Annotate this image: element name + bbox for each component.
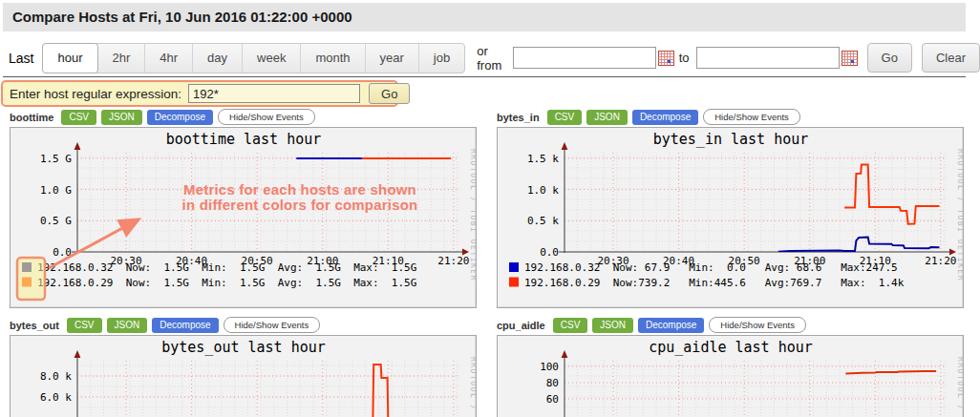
json-button[interactable]: JSON — [101, 110, 142, 125]
rrdtool-watermark: RRDTOOL / TOBI OETIKER — [956, 149, 963, 281]
y-tick-label: 8.0 k — [40, 370, 72, 383]
chart-svg-bytes_out: 8.0 k6.0 kbytes_out last hourRRDTOOL / T… — [11, 336, 476, 417]
annotation-note-line1: Metrics for each hosts are shown — [138, 182, 462, 198]
csv-button[interactable]: CSV — [553, 318, 588, 333]
range-day-button[interactable]: day — [193, 44, 243, 73]
hide-show-events-button[interactable]: Hide/Show Events — [218, 109, 315, 126]
chart-title: cpu_aidle last hour — [649, 339, 813, 356]
legend-swatch — [509, 262, 519, 272]
x-tick-label: 21:20 — [437, 255, 469, 267]
metric-label: cpu_aidle — [497, 320, 545, 331]
rrdtool-watermark: RRDTOOL / TOBI OETIKER — [469, 357, 476, 417]
graph-bytes_out: 8.0 k6.0 kbytes_out last hourRRDTOOL / T… — [10, 335, 477, 417]
panel-head-bytes_in: bytes_inCSVJSONDecomposeHide/Show Events — [497, 107, 964, 127]
series-line-192.168.0.29 — [845, 371, 936, 374]
panel-head-cpu_aidle: cpu_aidleCSVJSONDecomposeHide/Show Event… — [497, 315, 964, 335]
decompose-button[interactable]: Decompose — [638, 318, 704, 333]
csv-button[interactable]: CSV — [67, 318, 102, 333]
host-regex-go-button[interactable]: Go — [369, 83, 410, 104]
range-button-group: hour 2hr 4hr day week month year job — [42, 43, 465, 73]
json-button[interactable]: JSON — [586, 110, 628, 125]
to-date-input[interactable] — [696, 47, 840, 69]
legend-swatch — [22, 278, 32, 287]
compare-hosts-page: Compare Hosts at Fri, 10 Jun 2016 01:22:… — [0, 0, 980, 417]
x-tick-label: 21:20 — [925, 255, 956, 267]
decompose-button[interactable]: Decompose — [632, 110, 698, 125]
metric-label: boottime — [10, 112, 53, 123]
csv-button[interactable]: CSV — [547, 110, 583, 125]
go-button[interactable]: Go — [867, 43, 912, 73]
legend-swatch — [509, 278, 519, 287]
hide-show-events-button[interactable]: Hide/Show Events — [709, 317, 806, 334]
y-tick-label: 0.0 — [53, 246, 72, 259]
y-tick-label: 100 — [540, 361, 559, 373]
to-calendar-icon[interactable] — [842, 51, 858, 66]
y-tick-label: 0.5 G — [40, 215, 72, 227]
decompose-button[interactable]: Decompose — [147, 110, 213, 125]
hide-show-events-button[interactable]: Hide/Show Events — [703, 109, 800, 126]
y-tick-label: 6.0 k — [40, 391, 72, 404]
series-line-192.168.0.32 — [778, 238, 940, 252]
chart-title: bytes_out last hour — [161, 339, 326, 356]
json-button[interactable]: JSON — [107, 318, 148, 333]
range-year-button[interactable]: year — [366, 44, 419, 73]
y-tick-label: 80 — [546, 377, 559, 389]
chart-svg-boottime: 1.5 G1.0 G0.5 G0.020:3020:4020:5021:0021… — [11, 128, 476, 307]
graph-boottime: 1.5 G1.0 G0.5 G0.020:3020:4020:5021:0021… — [10, 127, 477, 308]
decompose-button[interactable]: Decompose — [152, 318, 218, 333]
series-line-192.168.0.29 — [373, 365, 389, 417]
range-2hr-button[interactable]: 2hr — [98, 44, 146, 73]
clear-button[interactable]: Clear — [922, 43, 980, 73]
y-tick-label: 1.0 k — [527, 184, 559, 197]
annotation-note: Metrics for each hosts are shownin diffe… — [138, 182, 462, 213]
legend-swatch — [22, 262, 32, 272]
chart-svg-cpu_aidle: 1008060cpu_aidle last hourRRDTOOL / TOBI… — [498, 336, 963, 417]
from-date-input[interactable] — [513, 47, 656, 69]
page-title-bar: Compare Hosts at Fri, 10 Jun 2016 01:22:… — [3, 3, 966, 31]
graph-cpu_aidle: 1008060cpu_aidle last hourRRDTOOL / TOBI… — [497, 335, 964, 417]
chart-title: boottime last hour — [166, 131, 322, 148]
annotation-note-line2: in different colors for comparison — [138, 198, 462, 213]
range-hour-button[interactable]: hour — [42, 43, 97, 73]
hide-show-events-button[interactable]: Hide/Show Events — [224, 317, 321, 334]
y-tick-label: 0.5 k — [527, 215, 559, 227]
chart-title: bytes_in last hour — [653, 131, 809, 148]
panel-bytes_out: bytes_outCSVJSONDecomposeHide/Show Event… — [10, 315, 477, 417]
range-4hr-button[interactable]: 4hr — [145, 44, 193, 73]
from-calendar-icon[interactable] — [658, 51, 674, 66]
host-regex-input[interactable] — [188, 84, 360, 103]
charts-grid: boottimeCSVJSONDecomposeHide/Show Events… — [10, 107, 964, 417]
graph-bytes_in: 1.5 k1.0 k0.5 k0.020:3020:4020:5021:0021… — [497, 127, 964, 308]
range-week-button[interactable]: week — [243, 44, 301, 73]
y-tick-label: 1.5 G — [40, 153, 72, 165]
panel-bytes_in: bytes_inCSVJSONDecomposeHide/Show Events… — [497, 107, 964, 308]
csv-button[interactable]: CSV — [61, 110, 96, 125]
divider — [3, 76, 966, 77]
range-job-button[interactable]: job — [419, 44, 464, 73]
chart-svg-bytes_in: 1.5 k1.0 k0.5 k0.020:3020:4020:5021:0021… — [498, 128, 963, 307]
host-regex-bar: Enter host regular expression: Go — [1, 80, 398, 107]
last-label: Last — [9, 51, 33, 66]
legend-row: 192.168.0.32 Now: 67.9 Min: 0.0 Avg: 68.… — [524, 261, 898, 274]
y-tick-label: 1.0 G — [40, 184, 72, 197]
legend-row: 192.168.0.29 Now: 1.5G Min: 1.5G Avg: 1.… — [37, 277, 416, 289]
or-from-label: or from — [477, 44, 506, 73]
legend-row: 192.168.0.29 Now:739.2 Min:445.6 Avg:769… — [524, 277, 905, 289]
panel-head-boottime: boottimeCSVJSONDecomposeHide/Show Events — [10, 107, 477, 127]
host-regex-label: Enter host regular expression: — [10, 87, 181, 101]
legend-row: 192.168.0.32 Now: 1.5G Min: 1.5G Avg: 1.… — [37, 261, 416, 274]
panel-boottime: boottimeCSVJSONDecomposeHide/Show Events… — [10, 107, 477, 308]
rrdtool-watermark: RRDTOOL / TOBI OETIKER — [956, 357, 963, 417]
json-button[interactable]: JSON — [592, 318, 633, 333]
range-month-button[interactable]: month — [301, 44, 365, 73]
y-tick-label: 1.5 k — [527, 153, 559, 165]
y-tick-label: 60 — [546, 393, 559, 406]
y-tick-label: 0.0 — [540, 246, 559, 259]
to-label: to — [679, 51, 690, 65]
panel-cpu_aidle: cpu_aidleCSVJSONDecomposeHide/Show Event… — [497, 315, 964, 417]
panel-head-bytes_out: bytes_outCSVJSONDecomposeHide/Show Event… — [10, 315, 477, 335]
page-title: Compare Hosts at Fri, 10 Jun 2016 01:22:… — [12, 9, 352, 25]
time-range-toolbar: Last hour 2hr 4hr day week month year jo… — [9, 42, 980, 73]
metric-label: bytes_out — [10, 320, 59, 331]
rrdtool-watermark: RRDTOOL / TOBI OETIKER — [469, 149, 476, 281]
